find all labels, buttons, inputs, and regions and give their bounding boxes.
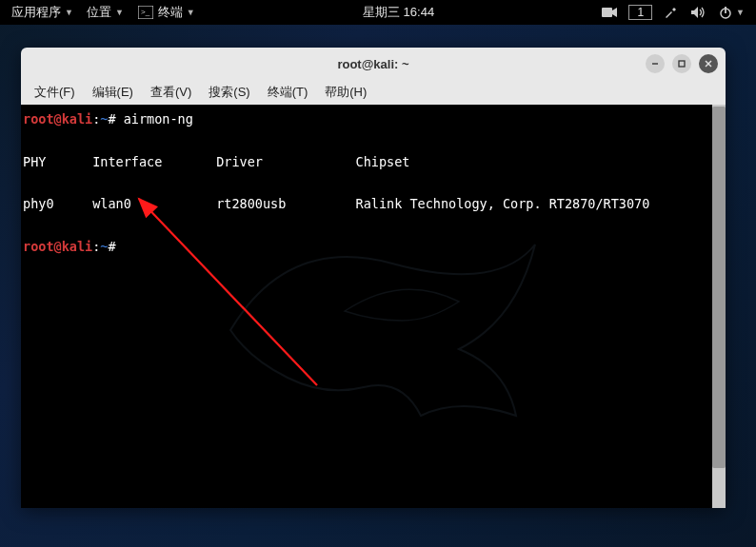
places-menu[interactable]: 位置 ▼ — [81, 4, 129, 21]
menu-help[interactable]: 帮助(H) — [317, 82, 374, 103]
scrollbar-thumb[interactable] — [712, 107, 726, 468]
workspace-indicator[interactable]: 1 — [628, 5, 652, 20]
terminal-launcher-label: 终端 — [158, 4, 183, 21]
header-chipset: Chipset — [356, 154, 410, 169]
clock-label: 星期三 16:44 — [363, 4, 434, 21]
places-label: 位置 — [87, 4, 111, 21]
menu-terminal[interactable]: 终端(T) — [260, 82, 316, 103]
menubar: 文件(F) 编辑(E) 查看(V) 搜索(S) 终端(T) 帮助(H) — [21, 80, 726, 105]
header-phy: PHY — [23, 154, 46, 169]
header-driver: Driver — [216, 154, 263, 169]
prompt-user: root@kali — [23, 111, 92, 127]
menu-file[interactable]: 文件(F) — [27, 82, 83, 103]
terminal-icon: >_ — [137, 6, 154, 19]
svg-rect-6 — [679, 61, 685, 67]
prompt-symbol: # — [108, 111, 115, 127]
cell-phy: phy0 — [23, 196, 54, 211]
terminal-body[interactable]: root@kali:~# airmon-ng PHY Interface Dri… — [21, 105, 726, 508]
chevron-down-icon: ▼ — [187, 8, 195, 17]
cell-chipset: Ralink Technology, Corp. RT2870/RT3070 — [356, 196, 650, 211]
cell-driver: rt2800usb — [216, 196, 286, 211]
terminal-output: root@kali:~# airmon-ng PHY Interface Dri… — [23, 108, 710, 257]
cell-interface: wlan0 — [92, 196, 131, 211]
applications-menu[interactable]: 应用程序 ▼ — [6, 4, 79, 21]
volume-icon[interactable] — [685, 6, 711, 19]
window-title: root@kali: ~ — [337, 57, 408, 71]
workspace-number: 1 — [637, 6, 644, 19]
menu-view[interactable]: 查看(V) — [143, 82, 199, 103]
chevron-down-icon: ▼ — [115, 8, 124, 17]
menu-search[interactable]: 搜索(S) — [201, 82, 257, 103]
minimize-button[interactable] — [646, 54, 665, 73]
maximize-button[interactable] — [672, 54, 691, 73]
svg-text:>_: >_ — [141, 8, 150, 16]
terminal-window: root@kali: ~ 文件(F) 编辑(E) 查看(V) 搜索(S) 终端(… — [21, 48, 726, 508]
terminal-launcher[interactable]: >_ 终端 ▼ — [131, 4, 201, 21]
prompt-symbol: # — [108, 239, 115, 254]
clock[interactable]: 星期三 16:44 — [357, 4, 440, 21]
scrollbar[interactable] — [712, 105, 726, 508]
header-interface: Interface — [92, 154, 162, 169]
chevron-down-icon: ▼ — [65, 8, 73, 17]
video-recorder-icon[interactable] — [596, 7, 623, 18]
top-panel: 应用程序 ▼ 位置 ▼ >_ 终端 ▼ 星期三 16:44 1 — [0, 0, 756, 25]
window-titlebar[interactable]: root@kali: ~ — [21, 48, 726, 80]
svg-rect-2 — [602, 8, 612, 17]
chevron-down-icon: ▼ — [736, 8, 745, 17]
dropper-icon[interactable] — [658, 6, 683, 19]
power-menu[interactable]: ▼ — [713, 6, 750, 19]
command-text: airmon-ng — [124, 111, 193, 127]
menu-edit[interactable]: 编辑(E) — [85, 82, 141, 103]
close-button[interactable] — [699, 54, 718, 73]
prompt-user: root@kali — [23, 239, 92, 254]
applications-label: 应用程序 — [11, 4, 61, 21]
